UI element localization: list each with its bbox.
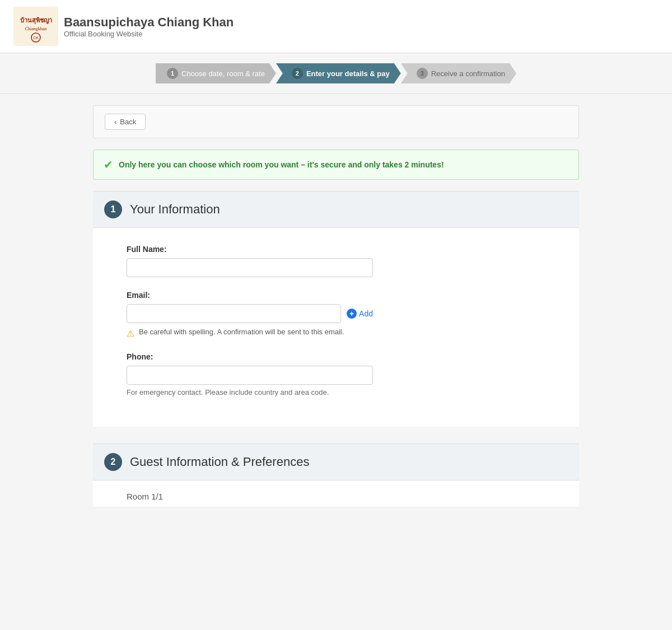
full-name-label: Full Name:: [127, 245, 545, 254]
logo-icon: บ้านสุพิชญา Chiangkhan CK: [13, 7, 58, 46]
room-label: Room 1/1: [93, 480, 579, 507]
brand-info: Baansupichaya Chiang Khan Official Booki…: [64, 15, 234, 38]
email-warning-row: ⚠ Be careful with spelling. A confirmati…: [127, 328, 373, 339]
plus-circle-icon: +: [347, 309, 357, 319]
phone-label: Phone:: [127, 352, 545, 361]
step-3-label: Receive a confirmation: [431, 69, 505, 78]
section1-num: 1: [104, 200, 122, 218]
step-1-num: 1: [167, 68, 178, 79]
add-email-button[interactable]: + Add: [347, 309, 373, 319]
email-warning-text: Be careful with spelling. A confirmation…: [139, 328, 344, 336]
email-row: + Add: [127, 304, 373, 323]
section1-body: Full Name: Email: + Add ⚠ Be careful wit…: [93, 228, 579, 427]
section-your-information: 1 Your Information Full Name: Email: + A…: [93, 191, 579, 427]
full-name-input[interactable]: [127, 258, 373, 277]
full-name-group: Full Name:: [127, 245, 545, 277]
section2-num: 2: [104, 453, 122, 471]
warning-triangle-icon: ⚠: [127, 328, 134, 339]
phone-group: Phone: For emergency contact. Please inc…: [127, 352, 545, 396]
step-3: 3 Receive a confirmation: [401, 63, 516, 83]
add-label: Add: [359, 309, 373, 318]
section-guest-information: 2 Guest Information & Preferences Room 1…: [93, 444, 579, 507]
brand-subtitle: Official Booking Website: [64, 30, 234, 38]
section2-title: Guest Information & Preferences: [130, 455, 309, 469]
section1-title: Your Information: [130, 202, 220, 217]
info-box: ✔ Only here you can choose which room yo…: [93, 150, 579, 180]
back-chevron-icon: ‹: [114, 118, 116, 126]
email-input[interactable]: [127, 304, 341, 323]
svg-text:CK: CK: [33, 36, 39, 40]
back-button-label: Back: [120, 118, 136, 126]
step-3-num: 3: [417, 68, 428, 79]
steps-nav: 1 Choose date, room & rate 2 Enter your …: [0, 53, 672, 94]
email-label: Email:: [127, 291, 545, 300]
section2-header: 2 Guest Information & Preferences: [93, 444, 579, 480]
check-circle-icon: ✔: [104, 158, 113, 171]
step-2-label: Enter your details & pay: [306, 69, 390, 78]
step-1: 1 Choose date, room & rate: [156, 63, 276, 83]
email-group: Email: + Add ⚠ Be careful with spelling.…: [127, 291, 545, 339]
svg-text:บ้านสุพิชญา: บ้านสุพิชญา: [20, 17, 52, 24]
phone-input[interactable]: [127, 366, 373, 385]
main-content: ‹ Back ✔ Only here you can choose which …: [84, 94, 588, 519]
step-1-label: Choose date, room & rate: [181, 69, 265, 78]
step-2: 2 Enter your details & pay: [276, 63, 401, 83]
step-2-num: 2: [292, 68, 303, 79]
logo-area: บ้านสุพิชญา Chiangkhan CK Baansupichaya …: [13, 7, 234, 46]
phone-helper-text: For emergency contact. Please include co…: [127, 388, 373, 396]
back-area: ‹ Back: [93, 105, 579, 138]
svg-text:Chiangkhan: Chiangkhan: [25, 26, 47, 31]
brand-name: Baansupichaya Chiang Khan: [64, 15, 234, 30]
site-header: บ้านสุพิชญา Chiangkhan CK Baansupichaya …: [0, 0, 672, 53]
back-button[interactable]: ‹ Back: [105, 114, 146, 130]
section1-header: 1 Your Information: [93, 191, 579, 228]
info-message: Only here you can choose which room you …: [119, 160, 444, 169]
